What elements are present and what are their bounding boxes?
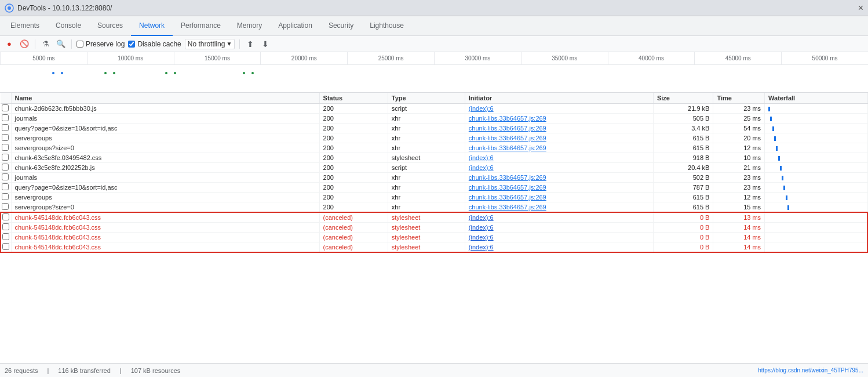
table-row[interactable]: chunk-63c5e8fe.03495482.css200stylesheet… [1,153,867,163]
throttle-select[interactable]: No throttling ▼ [185,39,235,49]
download-button[interactable]: ⬇ [260,38,271,50]
filter-button[interactable]: ⚗ [40,38,52,50]
cell-name: journals [11,173,319,183]
row-checkbox[interactable] [2,203,9,210]
tab-bar: Elements Console Sources Network Perform… [0,16,868,36]
cell-initiator[interactable]: chunk-libs.33b64657.js:269 [465,124,653,133]
row-checkbox[interactable] [2,223,9,230]
row-checkbox[interactable] [2,114,9,121]
cell-time: 12 ms [713,143,765,153]
row-checkbox[interactable] [2,183,9,190]
tab-lighthouse[interactable]: Lighthouse [362,16,412,36]
row-checkbox[interactable] [2,134,9,141]
cell-initiator[interactable]: (index):6 [465,223,653,233]
cell-initiator[interactable]: chunk-libs.33b64657.js:269 [465,143,653,153]
transferred-size: 116 kB transferred [58,367,111,374]
table-row[interactable]: servergroups200xhrchunk-libs.33b64657.js… [1,133,867,143]
resources-size: 107 kB resources [131,367,181,374]
preserve-log-checkbox[interactable] [76,41,83,48]
cell-status: 200 [319,163,388,173]
table-row[interactable]: chunk-2d6b623c.fb5bbb30.js200script(inde… [1,104,867,114]
cell-status: 200 [319,104,388,114]
timeline-tick-7: 40000 ms [608,52,695,64]
table-row[interactable]: chunk-63c5e8fe.2f02252b.js200script(inde… [1,163,867,173]
close-button[interactable]: × [858,3,863,13]
cell-initiator[interactable]: (index):6 [465,242,653,253]
header-waterfall[interactable]: Waterfall [765,93,867,104]
cell-initiator[interactable]: (index):6 [465,163,653,173]
cell-initiator[interactable]: (index):6 [465,233,653,242]
table-row[interactable]: journals200xhrchunk-libs.33b64657.js:269… [1,173,867,183]
table-row[interactable]: servergroups?size=0200xhrchunk-libs.33b6… [1,143,867,153]
search-button[interactable]: 🔍 [55,38,67,50]
cell-time: 14 ms [713,242,765,253]
table-row[interactable]: servergroups200xhrchunk-libs.33b64657.js… [1,193,867,202]
table-row[interactable]: chunk-545148dc.fcb6c043.css(canceled)sty… [1,212,867,223]
cell-status: 200 [319,183,388,193]
row-checkbox[interactable] [2,104,9,111]
row-checkbox[interactable] [2,154,9,161]
cell-initiator[interactable]: (index):6 [465,153,653,163]
cell-time: 12 ms [713,193,765,202]
record-button[interactable]: ● [3,38,15,50]
disable-cache-checkbox[interactable] [128,41,135,48]
preserve-log-label[interactable]: Preserve log [76,40,125,48]
tab-elements[interactable]: Elements [2,16,48,36]
upload-button[interactable]: ⬆ [245,38,256,50]
header-name[interactable]: Name [11,93,319,104]
cell-name: query?page=0&size=10&sort=id,asc [11,124,319,133]
table-row[interactable]: chunk-545148dc.fcb6c043.css(canceled)sty… [1,223,867,233]
row-checkbox[interactable] [2,124,9,131]
header-size[interactable]: Size [653,93,713,104]
cell-time: 14 ms [713,233,765,242]
cell-initiator[interactable]: chunk-libs.33b64657.js:269 [465,183,653,193]
cell-initiator[interactable]: chunk-libs.33b64657.js:269 [465,193,653,202]
row-checkbox[interactable] [2,144,9,151]
toolbar: ● 🚫 ⚗ 🔍 Preserve log Disable cache No th… [0,36,868,52]
table-row[interactable]: query?page=0&size=10&sort=id,asc200xhrch… [1,124,867,133]
table-row[interactable]: query?page=0&size=10&sort=id,asc200xhrch… [1,183,867,193]
cell-waterfall [765,143,867,153]
header-time[interactable]: Time [713,93,765,104]
row-checkbox[interactable] [2,213,9,220]
tab-console[interactable]: Console [48,16,89,36]
waterfall-bar [772,126,774,131]
timeline-dot-8 [251,72,254,74]
header-type[interactable]: Type [388,93,465,104]
row-checkbox[interactable] [2,173,9,180]
tab-application[interactable]: Application [270,16,320,36]
disable-cache-label[interactable]: Disable cache [128,40,181,48]
cell-initiator[interactable]: chunk-libs.33b64657.js:269 [465,202,653,213]
waterfall-bar [768,107,770,111]
header-initiator[interactable]: Initiator [465,93,653,104]
row-checkbox[interactable] [2,233,9,240]
table-row[interactable]: journals200xhrchunk-libs.33b64657.js:269… [1,114,867,124]
tab-performance[interactable]: Performance [173,16,229,36]
tab-security[interactable]: Security [320,16,362,36]
cell-initiator[interactable]: chunk-libs.33b64657.js:269 [465,133,653,143]
row-checkbox[interactable] [2,164,9,171]
table-header: Name Status Type Initiator Size Time Wat… [1,93,867,104]
table-row[interactable]: chunk-545148dc.fcb6c043.css(canceled)sty… [1,242,867,253]
cell-type: xhr [388,133,465,143]
table-row[interactable]: servergroups?size=0200xhrchunk-libs.33b6… [1,202,867,213]
header-status[interactable]: Status [319,93,388,104]
cell-time: 23 ms [713,173,765,183]
cell-initiator[interactable]: (index):6 [465,104,653,114]
cell-initiator[interactable]: (index):6 [465,212,653,223]
cell-waterfall [765,233,867,242]
row-checkbox[interactable] [2,193,9,200]
row-checkbox[interactable] [2,243,9,250]
stop-button[interactable]: 🚫 [19,38,30,50]
cell-type: script [388,104,465,114]
table-row[interactable]: chunk-545148dc.fcb6c043.css(canceled)sty… [1,233,867,242]
cell-initiator[interactable]: chunk-libs.33b64657.js:269 [465,173,653,183]
cell-size: 0 B [653,242,713,253]
cell-size: 502 B [653,173,713,183]
cell-waterfall [765,104,867,114]
tab-memory[interactable]: Memory [229,16,270,36]
tab-sources[interactable]: Sources [89,16,131,36]
cell-initiator[interactable]: chunk-libs.33b64657.js:269 [465,114,653,124]
tab-network[interactable]: Network [131,16,173,36]
cell-type: xhr [388,193,465,202]
